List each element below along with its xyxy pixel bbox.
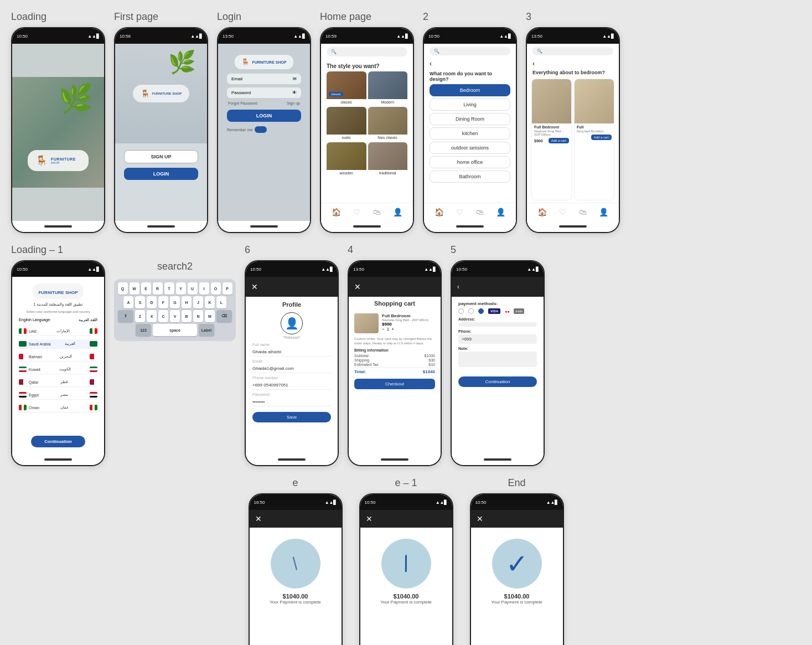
key-w[interactable]: W	[130, 282, 139, 295]
room-kitchen[interactable]: kitchen	[430, 127, 510, 140]
login-submit-button[interactable]: LOGIN	[227, 110, 301, 122]
visa-icon[interactable]: VISA	[488, 308, 500, 314]
end-close-end[interactable]: ✕	[477, 514, 483, 523]
product-heart-1[interactable]: ♡	[564, 81, 569, 87]
key-d[interactable]: D	[147, 296, 157, 308]
key-f[interactable]: F	[158, 296, 168, 308]
pf-email-value[interactable]: Ghaida1@gmail.com	[252, 366, 331, 373]
key-p[interactable]: P	[223, 282, 232, 295]
key-g[interactable]: G	[170, 296, 180, 308]
key-c[interactable]: C	[158, 310, 168, 322]
key-b[interactable]: B	[182, 310, 192, 322]
key-k[interactable]: K	[205, 296, 215, 308]
country-om[interactable]: Oman عمان	[19, 403, 97, 412]
country-qa[interactable]: Qatar قطر	[19, 378, 97, 387]
key-label[interactable]: Label	[199, 324, 214, 336]
checkout-button[interactable]: Checkout	[354, 379, 435, 389]
pm-radio-3[interactable]	[478, 308, 484, 314]
room-bedroom[interactable]: Bedroom	[430, 84, 510, 96]
style-rustic[interactable]: rustic	[327, 107, 366, 141]
address-input[interactable]	[458, 322, 537, 327]
nav-home-icon[interactable]: 🏠	[332, 208, 341, 216]
forgot-password-link[interactable]: Forgot Password	[228, 101, 257, 105]
key-i[interactable]: I	[199, 282, 209, 295]
pf-password-value[interactable]: ••••••••	[252, 399, 331, 406]
s3-nav-profile[interactable]: 👤	[599, 208, 608, 216]
pm-radio-2[interactable]	[468, 308, 474, 314]
signup-button[interactable]: SIGN UP	[124, 150, 198, 163]
remember-toggle[interactable]	[255, 126, 267, 133]
key-a[interactable]: A	[123, 296, 133, 308]
key-m[interactable]: M	[205, 310, 215, 322]
s3-search[interactable]: 🔍	[532, 47, 613, 55]
key-j[interactable]: J	[193, 296, 203, 308]
s2-search-bar[interactable]: 🔍	[430, 47, 510, 55]
s2-nav-heart[interactable]: ♡	[456, 208, 463, 216]
style-traditional[interactable]: traditional	[368, 142, 408, 176]
product-heart-2[interactable]: ♡	[607, 81, 612, 87]
country-kw[interactable]: Kuwait الكويت	[19, 365, 97, 374]
password-input[interactable]: Password 👁	[227, 87, 301, 98]
country-uae[interactable]: UAE الإمارات	[19, 327, 97, 336]
s2-nav-profile[interactable]: 👤	[496, 208, 505, 216]
key-shift[interactable]: ⇧	[118, 310, 133, 322]
save-profile-button[interactable]: Save	[252, 412, 331, 422]
nav-heart-icon[interactable]: ♡	[353, 208, 360, 216]
country-eg[interactable]: Egypt مصر	[19, 390, 97, 400]
country-sa[interactable]: Saudi Arabia العربية	[19, 339, 97, 349]
s3-back-arrow[interactable]: ‹	[527, 59, 619, 69]
note-textarea[interactable]	[458, 352, 537, 367]
key-123[interactable]: 123	[136, 324, 151, 336]
continuation-button[interactable]: Continuation	[31, 436, 85, 447]
pf-fullname-value[interactable]: Ghaida alharbi	[252, 349, 331, 357]
cart-close-icon[interactable]: ✕	[354, 282, 361, 291]
signup-link[interactable]: Sign up	[287, 101, 300, 105]
key-r[interactable]: R	[153, 282, 163, 295]
key-y[interactable]: Y	[176, 282, 186, 295]
home-search-bar[interactable]: 🔍	[327, 47, 407, 56]
s2-back-arrow[interactable]: ‹	[424, 59, 516, 69]
s3-nav-cart[interactable]: 🛍	[579, 208, 587, 216]
key-h[interactable]: H	[182, 296, 192, 308]
country-bh[interactable]: Bahrain البحرين	[19, 352, 97, 362]
style-wooden[interactable]: wooden	[327, 142, 366, 176]
end-close-e[interactable]: ✕	[255, 514, 262, 523]
key-n[interactable]: N	[193, 310, 203, 322]
key-q[interactable]: Q	[118, 282, 128, 295]
style-modern[interactable]: Modern	[368, 71, 408, 105]
s5-continuation-button[interactable]: Continuation	[458, 376, 537, 387]
key-s[interactable]: S	[135, 296, 145, 308]
pm-radio-1[interactable]	[458, 308, 464, 314]
login-button-fp[interactable]: LOGIN	[124, 168, 198, 180]
style-classic[interactable]: classic classic	[327, 71, 366, 105]
room-dining[interactable]: Dining Room	[430, 113, 510, 125]
add-cart-btn-1[interactable]: Add a cart	[549, 138, 569, 143]
qty-plus[interactable]: +	[391, 327, 394, 332]
s5-back-icon[interactable]: ‹	[457, 283, 459, 291]
mada-icon[interactable]: mada	[514, 308, 524, 314]
room-outdoor[interactable]: outdoor sessions	[430, 142, 510, 154]
s3-nav-heart[interactable]: ♡	[559, 208, 566, 216]
room-homeoffice[interactable]: home office	[430, 156, 510, 168]
email-input[interactable]: Email ✉	[227, 74, 301, 84]
key-space[interactable]: space	[153, 324, 197, 336]
end-close-e1[interactable]: ✕	[366, 514, 373, 523]
key-e[interactable]: E	[141, 282, 151, 295]
room-bathroom[interactable]: Bathroom	[430, 171, 510, 183]
profile-close-icon[interactable]: ✕	[251, 282, 258, 291]
key-v[interactable]: V	[170, 310, 180, 322]
key-u[interactable]: U	[188, 282, 198, 295]
s2-nav-cart[interactable]: 🛍	[476, 208, 484, 216]
mastercard-icon[interactable]: ●●	[505, 309, 509, 313]
nav-profile-icon[interactable]: 👤	[393, 208, 402, 216]
qty-minus[interactable]: −	[382, 327, 385, 332]
pf-phone-value[interactable]: +699 0540997051	[252, 383, 331, 390]
phone-field-input[interactable]: +699	[458, 334, 537, 344]
key-backspace[interactable]: ⌫	[216, 310, 232, 322]
s3-nav-home[interactable]: 🏠	[537, 208, 547, 216]
s2-nav-home[interactable]: 🏠	[435, 208, 444, 216]
key-x[interactable]: X	[147, 310, 157, 322]
add-cart-btn-2[interactable]: Add a cart	[591, 135, 612, 140]
nav-cart-icon[interactable]: 🛍	[373, 208, 381, 216]
key-t[interactable]: T	[164, 282, 174, 295]
